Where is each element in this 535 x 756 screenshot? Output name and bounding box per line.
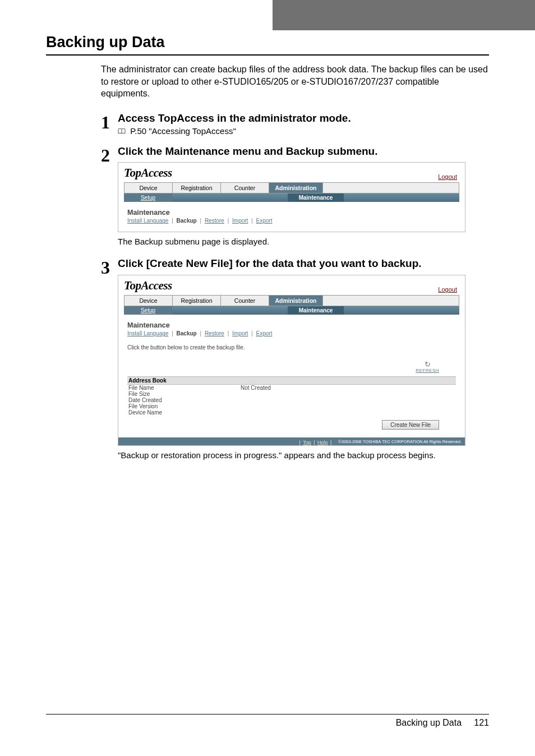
bottom-link-help[interactable]: Help <box>317 440 328 445</box>
maintenance-submenu: Install Language | Backup | Restore | Im… <box>127 218 456 224</box>
maintenance-heading: Maintenance <box>127 209 456 216</box>
tab-device[interactable]: Device <box>124 296 173 306</box>
screenshot-backup-menu: TopAccess Logout Device Registration Cou… <box>118 162 465 232</box>
sublink-export[interactable]: Export <box>256 218 273 224</box>
tab-registration[interactable]: Registration <box>173 183 221 193</box>
row-date-created: Date Created <box>127 397 456 403</box>
maintenance-submenu: Install Language | Backup | Restore | Im… <box>127 330 456 336</box>
hint-text: Click the button below to create the bac… <box>127 344 456 351</box>
copyright-text: ©2003-2006 TOSHIBA TEC CORPORATION All R… <box>338 439 462 444</box>
footer-label: Backing up Data <box>396 718 462 727</box>
row-file-name: File Name Not Created <box>127 385 456 391</box>
step-heading: Click the Maintenance menu and Backup su… <box>118 145 489 158</box>
subtab-setup[interactable]: Setup <box>124 193 172 202</box>
subtab-maintenance[interactable]: Maintenance <box>288 306 344 315</box>
tab-counter[interactable]: Counter <box>221 296 269 306</box>
label-date-created: Date Created <box>128 397 241 403</box>
step-caption: "Backup or restoration process in progre… <box>118 450 489 460</box>
tab-administration[interactable]: Administration <box>269 183 323 193</box>
refresh-icon: ↻ <box>425 360 431 368</box>
step-1: 1 Access TopAccess in the administrator … <box>101 112 489 142</box>
cross-reference: P.50 "Accessing TopAccess" <box>130 126 236 136</box>
step-caption: The Backup submenu page is displayed. <box>118 237 489 246</box>
step-number: 1 <box>101 113 118 131</box>
sublink-install-language[interactable]: Install Language <box>127 218 168 224</box>
heading-rule <box>46 54 489 56</box>
sublink-install-language[interactable]: Install Language <box>127 330 168 336</box>
sublink-export[interactable]: Export <box>256 330 273 336</box>
logout-link[interactable]: Logout <box>438 286 457 293</box>
tab-administration[interactable]: Administration <box>269 296 323 306</box>
row-file-version: File Version <box>127 403 456 409</box>
create-new-file-button[interactable]: Create New File <box>382 420 439 430</box>
subtab-setup[interactable]: Setup <box>124 306 172 315</box>
step-heading: Click [Create New File] for the data tha… <box>118 257 489 270</box>
sublink-import[interactable]: Import <box>232 330 248 336</box>
sublink-restore[interactable]: Restore <box>205 218 224 224</box>
maintenance-heading: Maintenance <box>127 321 456 329</box>
label-file-size: File Size <box>128 391 241 397</box>
label-device-name: Device Name <box>128 409 241 416</box>
row-device-name: Device Name <box>127 409 456 416</box>
address-book-header: Address Book <box>127 376 456 385</box>
sublink-import[interactable]: Import <box>232 218 248 224</box>
tab-device[interactable]: Device <box>124 183 173 193</box>
step-heading: Access TopAccess in the administrator mo… <box>118 112 489 125</box>
label-file-version: File Version <box>128 403 241 409</box>
header-gray-block <box>273 0 535 30</box>
screenshot-create-new-file: TopAccess Logout Device Registration Cou… <box>118 275 465 446</box>
sublink-restore[interactable]: Restore <box>205 330 224 336</box>
bottom-link-top[interactable]: Top <box>303 440 311 445</box>
intro-paragraph: The administrator can create backup file… <box>101 63 489 100</box>
step-2: 2 Click the Maintenance menu and Backup … <box>101 145 489 255</box>
step-3: 3 Click [Create New File] for the data t… <box>101 257 489 468</box>
sublink-backup[interactable]: Backup <box>177 330 197 336</box>
book-icon <box>118 127 126 136</box>
page-footer: Backing up Data 121 <box>46 714 489 728</box>
topaccess-logo: TopAccess <box>124 166 172 180</box>
topaccess-logo: TopAccess <box>124 279 172 293</box>
refresh-link[interactable]: ↻ REFRESH <box>416 361 439 373</box>
logout-link[interactable]: Logout <box>438 173 457 180</box>
step-number: 2 <box>101 146 118 164</box>
tab-counter[interactable]: Counter <box>221 183 269 193</box>
section-heading: Backing up Data <box>46 34 489 51</box>
subtab-maintenance[interactable]: Maintenance <box>288 193 344 202</box>
label-file-name: File Name <box>128 385 241 391</box>
sublink-backup[interactable]: Backup <box>177 218 197 224</box>
refresh-label: REFRESH <box>416 368 439 373</box>
row-file-size: File Size <box>127 391 456 397</box>
tab-registration[interactable]: Registration <box>173 296 221 306</box>
page-number: 121 <box>474 718 489 727</box>
footer-rule <box>46 714 489 714</box>
value-file-name: Not Created <box>241 385 271 391</box>
step-number: 3 <box>101 259 118 276</box>
bottom-bar: | Top | Help | ©2003-2006 TOSHIBA TEC CO… <box>118 437 465 445</box>
